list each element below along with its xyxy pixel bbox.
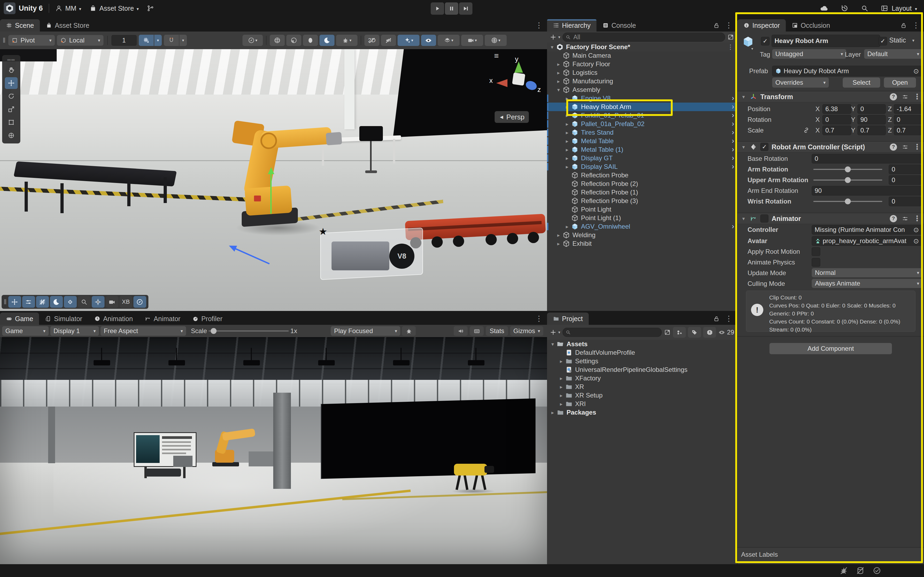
hierarchy-item[interactable]: ▸Display GT› bbox=[547, 154, 737, 163]
project-item[interactable]: ▸XR Setup bbox=[547, 391, 737, 400]
prefab-open-chevron[interactable]: › bbox=[732, 103, 734, 111]
expand-arrow[interactable]: ▸ bbox=[557, 384, 565, 390]
prefab-open-chevron[interactable]: › bbox=[732, 94, 734, 102]
expand-arrow[interactable]: ▸ bbox=[557, 401, 565, 407]
expand-window-icon[interactable] bbox=[727, 34, 734, 40]
layer-dropdown[interactable]: Default▾ bbox=[864, 49, 922, 59]
scale-slider[interactable] bbox=[208, 326, 289, 336]
slider-thumb[interactable] bbox=[845, 198, 851, 205]
hierarchy-item[interactable]: ▸Metal Table (1)› bbox=[547, 145, 737, 154]
shaded-mode-toggle[interactable] bbox=[286, 35, 301, 46]
scene-header-row[interactable]: ▾ Factory Floor Scene* ⋮ bbox=[547, 43, 737, 51]
project-item[interactable]: DefaultVolumeProfile bbox=[547, 348, 737, 357]
tab-asset-store[interactable]: Asset Store bbox=[40, 19, 95, 32]
axis-value-field[interactable]: 0 bbox=[858, 104, 886, 114]
tab-game[interactable]: Game bbox=[0, 313, 39, 325]
expand-arrow[interactable]: ▸ bbox=[557, 358, 565, 364]
project-item[interactable]: ▸Settings bbox=[547, 357, 737, 366]
mute-audio-button[interactable] bbox=[454, 326, 468, 336]
hidden-count[interactable]: 29 bbox=[718, 329, 734, 336]
project-item[interactable]: ▸XFactory bbox=[547, 374, 737, 382]
hierarchy-search-input[interactable] bbox=[573, 34, 722, 41]
prefab-open-chevron[interactable]: › bbox=[732, 163, 734, 171]
kebab-menu-icon[interactable]: ⋮ bbox=[727, 44, 733, 50]
drag-handle[interactable]: ══ bbox=[7, 57, 15, 63]
asset-store-menu[interactable]: Asset Store bbox=[99, 5, 134, 12]
play-focused-dropdown[interactable]: Play Focused▾ bbox=[331, 326, 400, 336]
lighting-toggle[interactable] bbox=[320, 35, 334, 46]
grid-overlay-button[interactable] bbox=[36, 296, 49, 308]
expand-arrow[interactable]: ▸ bbox=[563, 138, 571, 144]
prefab-object-field[interactable]: Heavy Duty Robot Arm ⊙ bbox=[772, 66, 922, 76]
tab-hierarchy[interactable]: Hierarchy bbox=[547, 19, 596, 32]
slider-track[interactable] bbox=[813, 201, 882, 202]
expand-arrow[interactable]: ▾ bbox=[548, 44, 556, 50]
stats-button[interactable]: Stats bbox=[486, 326, 508, 336]
expand-arrow[interactable]: ▸ bbox=[563, 155, 571, 161]
grid-visibility-toggle[interactable]: ▾ bbox=[139, 35, 162, 46]
scale-tool[interactable] bbox=[5, 103, 18, 115]
effects-dropdown[interactable]: ▾ bbox=[397, 35, 420, 46]
search-icon[interactable] bbox=[861, 4, 869, 12]
axis-value-field[interactable]: 0.7 bbox=[822, 126, 851, 135]
prefab-open-chevron[interactable]: › bbox=[732, 128, 734, 137]
apply-root-motion-checkbox[interactable] bbox=[812, 247, 820, 256]
rotate-tool[interactable] bbox=[5, 90, 18, 102]
expand-arrow[interactable]: ▸ bbox=[554, 61, 562, 67]
foldout-arrow[interactable]: ▾ bbox=[741, 216, 746, 222]
pivot-dropdown[interactable]: Pivot▾ bbox=[8, 35, 55, 46]
2d-toggle[interactable]: 2D bbox=[364, 35, 380, 46]
handle-rotation-dropdown[interactable]: Local▾ bbox=[57, 35, 103, 46]
help-icon[interactable]: ? bbox=[890, 93, 897, 100]
expand-arrow[interactable]: ▸ bbox=[563, 95, 571, 102]
kebab-menu-icon[interactable]: ⋮ bbox=[535, 315, 543, 322]
lock-icon[interactable] bbox=[900, 22, 907, 29]
expand-arrow[interactable]: ▾ bbox=[554, 87, 562, 93]
hierarchy-item[interactable]: ▸Manufacturing bbox=[547, 77, 737, 85]
drag-handle[interactable]: ‖ bbox=[3, 36, 6, 45]
display-target-dropdown[interactable]: Game▾ bbox=[2, 326, 48, 336]
hierarchy-item[interactable]: ▸Heavy Robot Arm› bbox=[547, 103, 737, 111]
gizmo-overlay-button[interactable] bbox=[64, 296, 77, 308]
game-view[interactable] bbox=[0, 337, 547, 564]
play-button[interactable] bbox=[431, 2, 444, 15]
tab-console[interactable]: Console bbox=[596, 19, 642, 32]
hierarchy-item[interactable]: Point Light bbox=[547, 205, 737, 214]
search-importlog-button[interactable] bbox=[703, 327, 716, 338]
kebab-menu-icon[interactable]: ⋮ bbox=[912, 22, 920, 29]
kebab-menu-icon[interactable]: ⋮ bbox=[913, 93, 921, 100]
search-overlay-button[interactable] bbox=[78, 296, 90, 308]
object-picker-icon[interactable]: ⊙ bbox=[913, 67, 919, 75]
layers-dropdown[interactable]: ▾ bbox=[438, 35, 460, 46]
help-icon[interactable]: ? bbox=[890, 215, 897, 222]
grid-snapping-toggle[interactable]: ▾ bbox=[164, 35, 187, 46]
object-picker-icon[interactable]: ⊙ bbox=[913, 237, 919, 245]
shaded-wireframe-toggle[interactable] bbox=[270, 35, 285, 46]
enabled-checkbox[interactable] bbox=[760, 214, 768, 222]
activity-ok-icon[interactable] bbox=[873, 566, 881, 575]
hand-tool[interactable] bbox=[5, 64, 18, 76]
search-by-label-button[interactable] bbox=[688, 327, 701, 338]
move-overlay-button[interactable] bbox=[8, 296, 21, 308]
axis-value-field[interactable]: 0.7 bbox=[858, 126, 886, 135]
audio-toggle[interactable] bbox=[381, 35, 396, 46]
script-header[interactable]: ▾ ✓ Robot Arm Controller (Script) ?⋮ bbox=[737, 141, 924, 153]
keyboard-capture-button[interactable] bbox=[470, 326, 484, 336]
scene-3d-view[interactable]: V8 ★ ══ ‖XB ≡ y x bbox=[0, 49, 547, 311]
create-asset-button[interactable]: ▾ bbox=[550, 329, 561, 336]
static-checkbox[interactable]: ✓ bbox=[879, 37, 887, 45]
project-item[interactable]: ▾Assets bbox=[547, 340, 737, 348]
kebab-menu-icon[interactable]: ⋮ bbox=[725, 22, 733, 29]
hierarchy-item[interactable]: ▸Tires Stand› bbox=[547, 128, 737, 137]
kebab-menu-icon[interactable]: ⋮ bbox=[913, 143, 921, 151]
prefab-open-chevron[interactable]: › bbox=[732, 154, 734, 162]
lock-icon[interactable] bbox=[713, 22, 720, 29]
static-flags-caret[interactable]: ▾ bbox=[912, 38, 914, 43]
undo-history-icon[interactable] bbox=[840, 4, 849, 13]
solid-mode-toggle[interactable] bbox=[303, 35, 318, 46]
expand-arrow[interactable]: ▸ bbox=[563, 130, 571, 136]
prefab-select-button[interactable]: Select bbox=[843, 77, 880, 88]
orientation-overlay-button[interactable] bbox=[133, 296, 146, 308]
icon-picker-caret[interactable]: ▾ bbox=[751, 47, 753, 51]
rect-tool[interactable] bbox=[5, 116, 18, 128]
